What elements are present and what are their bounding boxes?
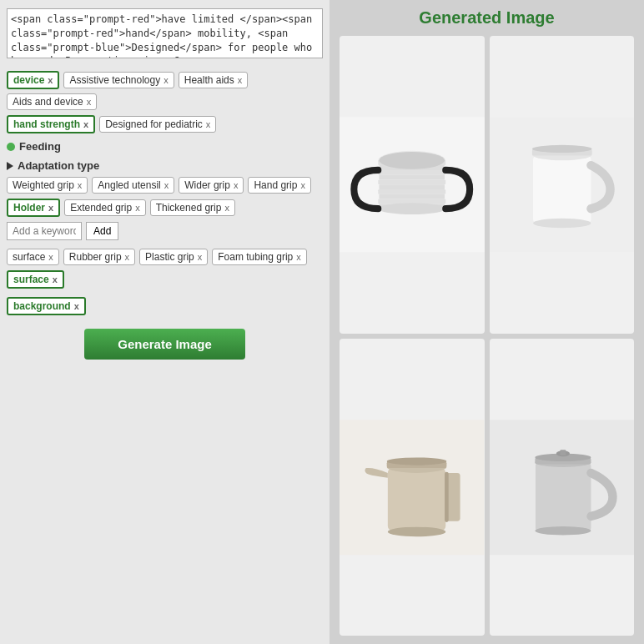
tag-hand-grip[interactable]: Hand grip x [248,177,311,194]
close-assistive[interactable]: x [164,75,169,85]
svg-rect-34 [560,450,566,455]
svg-point-35 [535,526,591,535]
tag-assistive[interactable]: Assistive technology x [63,72,174,88]
close-holder[interactable]: x [48,203,53,213]
close-hand-grip[interactable]: x [300,180,305,190]
close-health[interactable]: x [238,75,243,85]
tags-row-1: device x Assistive technology x Health a… [7,71,323,110]
close-device[interactable]: x [48,75,53,85]
close-surface-1[interactable]: x [48,252,53,262]
close-plastic[interactable]: x [198,252,203,262]
svg-rect-29 [535,463,591,531]
close-thickened[interactable]: x [224,203,229,213]
feeding-dot [7,143,15,151]
main-layout: <span class="prompt-red">have limited </… [0,0,644,644]
image-grid [340,36,634,636]
prompt-wrapper: <span class="prompt-red">have limited </… [7,8,323,61]
tags-row-4: Holder x Extended grip x Thickened grip … [7,199,323,217]
svg-rect-21 [388,468,445,531]
close-foam[interactable]: x [296,252,301,262]
svg-rect-5 [379,175,445,180]
generate-button[interactable]: Generate Image [84,329,245,360]
tag-rubber[interactable]: Rubber grip x [63,249,135,265]
image-top-left [340,36,485,334]
right-panel: Generated Image [330,0,644,644]
tags-row-5: surface x Rubber grip x Plastic grip x F… [7,249,323,265]
svg-rect-4 [378,170,445,175]
tag-thickened[interactable]: Thickened grip x [150,199,235,216]
svg-point-18 [531,145,591,153]
tag-health[interactable]: Health aids x [179,72,249,88]
tag-aids[interactable]: Aids and device x [7,93,97,110]
svg-rect-15 [533,156,591,224]
tag-hand-strength[interactable]: hand strength x [7,115,95,133]
close-wider[interactable]: x [234,180,239,190]
add-keyword-button[interactable]: Add [86,222,118,240]
tags-row-2: hand strength x Designed for pediatric x [7,115,323,133]
tags-row-7: background x [7,297,323,315]
tag-surface-1[interactable]: surface x [7,249,59,265]
tag-wider[interactable]: Wider grip x [179,177,244,194]
tag-surface-selected[interactable]: surface x [7,270,64,289]
tags-row-3: Weighted grip x Angled utensil x Wider g… [7,177,323,194]
generated-title: Generated Image [340,8,634,28]
tag-angled[interactable]: Angled utensil x [92,177,174,194]
svg-point-24 [387,457,447,465]
image-bottom-right [490,339,635,636]
close-rubber[interactable]: x [125,252,130,262]
feeding-section: Feeding [7,140,323,153]
tag-device[interactable]: device x [7,71,59,89]
left-panel: <span class="prompt-red">have limited </… [0,0,330,644]
close-background[interactable]: x [74,301,79,311]
svg-rect-9 [379,194,445,199]
tag-pediatric[interactable]: Designed for pediatric x [99,116,216,133]
tag-weighted[interactable]: Weighted grip x [7,177,88,194]
close-angled[interactable]: x [164,180,169,190]
add-keyword-input[interactable] [7,222,82,240]
svg-rect-8 [378,189,445,194]
prompt-textarea[interactable]: <span class="prompt-red">have limited </… [7,8,323,58]
svg-point-12 [378,203,445,214]
svg-rect-7 [379,184,445,189]
close-extended[interactable]: x [135,203,140,213]
close-aids[interactable]: x [87,97,92,107]
adaptation-section: Adaptation type [7,159,323,172]
svg-rect-6 [378,179,445,184]
generate-row: Generate Image [7,329,323,360]
svg-point-19 [533,219,591,229]
tags-row-6: surface x [7,270,323,289]
image-top-right [490,36,635,334]
svg-point-13 [379,152,445,169]
svg-rect-26 [445,471,449,521]
close-surface-sel[interactable]: x [53,274,58,284]
svg-point-27 [388,526,445,536]
tag-extended[interactable]: Extended grip x [64,199,146,216]
close-pediatric[interactable]: x [206,119,211,129]
tag-plastic[interactable]: Plastic grip x [139,249,208,265]
tag-foam[interactable]: Foam tubing grip x [212,249,307,265]
close-weighted[interactable]: x [78,180,83,190]
image-bottom-left [340,339,485,636]
close-hand-strength[interactable]: x [83,119,88,129]
tag-background[interactable]: background x [7,297,86,315]
adaptation-arrow [7,162,13,170]
add-keyword-row: Add [7,222,323,240]
tag-holder[interactable]: Holder x [7,199,60,217]
